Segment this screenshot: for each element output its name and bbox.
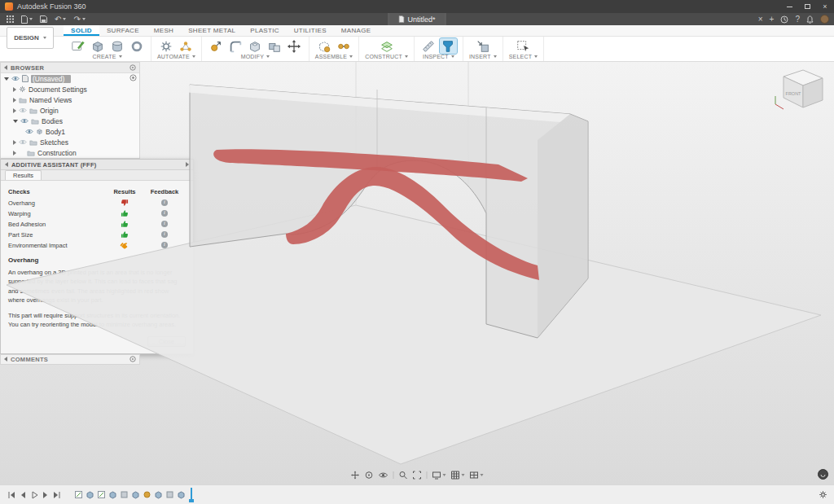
create-cylinder-button[interactable]	[108, 38, 125, 54]
timeline-sketch-feature-icon[interactable]	[73, 489, 83, 500]
create-box-button[interactable]	[89, 38, 106, 54]
tab-close-button[interactable]: ×	[758, 15, 763, 24]
assemble-caret-icon	[349, 55, 353, 58]
timeline-extrude-feature-icon[interactable]	[130, 489, 140, 500]
timeline-extrude-feature-icon[interactable]	[176, 489, 186, 500]
fusion-logo-icon	[5, 2, 13, 11]
move-copy-button[interactable]	[286, 38, 303, 54]
grid-settings-button[interactable]	[451, 471, 465, 480]
viewports-button[interactable]	[470, 471, 484, 480]
fit-button[interactable]	[413, 471, 422, 480]
additive-assistant-button[interactable]	[440, 38, 457, 54]
joint-button[interactable]	[336, 38, 353, 54]
file-menu-button[interactable]	[21, 15, 33, 24]
timeline-sketch-feature-icon[interactable]	[96, 489, 106, 500]
maximize-button[interactable]	[798, 0, 816, 13]
3d-viewport-scene[interactable]	[0, 62, 834, 484]
measure-button[interactable]	[420, 38, 437, 54]
assemble-dropdown[interactable]: ASSEMBLE	[315, 54, 353, 60]
timeline-skip-start-button[interactable]	[7, 489, 16, 500]
info-icon[interactable]	[161, 221, 168, 227]
insert-dropdown[interactable]: INSERT	[469, 54, 497, 60]
gear-icon	[819, 490, 827, 499]
thumbs-sideways-icon	[121, 241, 129, 249]
insert-caret-icon	[494, 55, 497, 58]
clock-icon	[780, 15, 788, 24]
save-button[interactable]	[40, 15, 47, 23]
construct-dropdown[interactable]: CONSTRUCT	[365, 54, 408, 60]
modify-group-label: MODIFY	[241, 54, 264, 59]
pan-button[interactable]	[351, 471, 360, 480]
toolbar-group-create: CREATE	[64, 37, 151, 61]
timeline-modify-feature-icon[interactable]	[165, 489, 174, 500]
assemble-group-label: ASSEMBLE	[315, 54, 347, 59]
modify-dropdown[interactable]: MODIFY	[241, 54, 270, 60]
automate-dropdown[interactable]: AUTOMATE	[157, 54, 195, 60]
look-at-button[interactable]	[379, 471, 388, 479]
orbit-button[interactable]	[365, 471, 374, 480]
timeline-skip-end-button[interactable]	[52, 489, 62, 500]
timeline-settings-button[interactable]	[818, 489, 827, 500]
redo-caret-icon	[82, 18, 86, 20]
document-tab[interactable]: Untitled*	[388, 13, 446, 25]
timeline-joint-feature-icon[interactable]	[142, 489, 151, 500]
info-icon[interactable]	[161, 242, 168, 248]
insert-button[interactable]	[474, 38, 491, 54]
pan-icon	[351, 471, 360, 480]
notifications-button[interactable]	[806, 15, 814, 24]
inspect-dropdown[interactable]: INSPECT	[423, 54, 454, 60]
tab-manage[interactable]: MANAGE	[334, 25, 378, 36]
tab-sheet-metal[interactable]: SHEET METAL	[181, 25, 243, 36]
zoom-magnifier-icon	[399, 471, 408, 480]
create-torus-button[interactable]	[128, 38, 145, 54]
combine-button[interactable]	[266, 38, 283, 54]
minimize-button[interactable]	[780, 0, 798, 13]
timeline-step-forward-button[interactable]	[41, 489, 50, 500]
tab-mesh[interactable]: MESH	[147, 25, 181, 36]
toolbar-group-insert: INSERT	[463, 37, 503, 61]
new-tab-button[interactable]: +	[770, 15, 775, 24]
tab-plastic[interactable]: PLASTIC	[243, 25, 286, 36]
info-icon[interactable]	[161, 199, 168, 206]
status-badge-icon[interactable]	[818, 469, 828, 480]
info-icon[interactable]	[161, 231, 168, 238]
automate-nodes-button[interactable]	[178, 38, 195, 54]
3d-viewport[interactable]: FRONT BROWSER (Unsaved) Docu	[0, 62, 834, 484]
orbit-icon	[365, 471, 374, 480]
redo-button[interactable]: ↷	[73, 15, 85, 24]
tab-solid[interactable]: SOLID	[64, 25, 99, 36]
create-dropdown[interactable]: CREATE	[92, 54, 121, 60]
press-pull-button[interactable]	[208, 38, 225, 54]
timeline-position-marker[interactable]	[191, 488, 192, 502]
select-button[interactable]	[515, 38, 532, 54]
close-button[interactable]: ×	[816, 0, 834, 13]
construct-plane-button[interactable]	[378, 38, 395, 54]
view-cube[interactable]: FRONT	[769, 65, 831, 116]
timeline-play-button[interactable]	[29, 489, 39, 500]
create-sketch-button[interactable]	[69, 38, 86, 54]
display-settings-button[interactable]	[432, 471, 446, 480]
info-icon[interactable]	[161, 210, 168, 217]
app-grid-button[interactable]	[7, 15, 14, 23]
tab-utilities[interactable]: UTILITIES	[287, 25, 334, 36]
help-button[interactable]: ?	[795, 15, 800, 24]
timeline-modify-feature-icon[interactable]	[119, 489, 129, 500]
workspace-selector-button[interactable]: DESIGN	[7, 27, 54, 49]
select-icon	[516, 39, 530, 54]
select-dropdown[interactable]: SELECT	[509, 54, 538, 60]
shell-button[interactable]	[247, 38, 264, 54]
user-avatar[interactable]	[820, 15, 829, 24]
timeline-extrude-feature-icon[interactable]	[85, 489, 94, 500]
timeline-extrude-feature-icon[interactable]	[108, 489, 117, 500]
new-component-button[interactable]	[316, 38, 333, 54]
zoom-button[interactable]	[399, 471, 408, 480]
document-icon	[398, 15, 404, 23]
ribbon-toolbar: CREATE AUTOMATE MODIFY ASS	[0, 37, 834, 62]
timeline-extrude-feature-icon[interactable]	[153, 489, 163, 500]
job-status-button[interactable]	[780, 15, 788, 24]
timeline-step-back-button[interactable]	[18, 489, 28, 500]
undo-button[interactable]: ↶	[55, 15, 66, 24]
tab-surface[interactable]: SURFACE	[99, 25, 147, 36]
automate-configure-button[interactable]	[158, 38, 175, 54]
fillet-button[interactable]	[227, 38, 244, 54]
